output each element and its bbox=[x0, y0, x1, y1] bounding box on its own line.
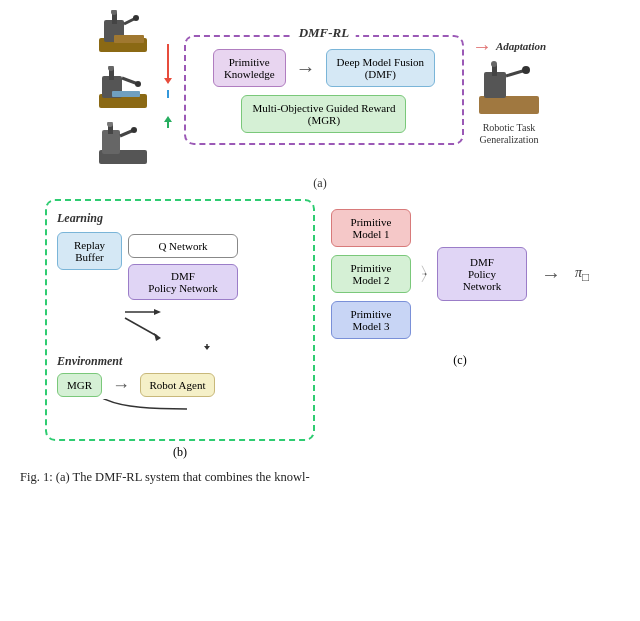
diagram-b-wrap: Learning ReplayBuffer Q Network DMFPolic… bbox=[45, 199, 315, 460]
svg-marker-32 bbox=[154, 309, 161, 315]
caption-a: (a) bbox=[313, 176, 326, 191]
svg-point-19 bbox=[131, 127, 137, 133]
robot-agent-box: Robot Agent bbox=[140, 373, 215, 397]
primitive-model-2-box: PrimitiveModel 2 bbox=[331, 255, 411, 293]
svg-line-41 bbox=[422, 275, 426, 282]
svg-point-28 bbox=[491, 61, 497, 67]
diagram-a: DMF-RL PrimitiveKnowledge → Deep Model F… bbox=[94, 10, 546, 170]
c-arrows-svg bbox=[421, 214, 427, 334]
replay-buffer-box: ReplayBuffer bbox=[57, 232, 122, 270]
b-bottom-row: MGR → Robot Agent bbox=[57, 373, 303, 397]
left-arrows bbox=[160, 20, 176, 160]
svg-marker-34 bbox=[154, 333, 161, 341]
q-network-box: Q Network bbox=[128, 234, 238, 258]
dmf-top-row: PrimitiveKnowledge → Deep Model Fusion(D… bbox=[213, 49, 435, 87]
caption-c: (c) bbox=[453, 353, 466, 368]
primitive-knowledge-box: PrimitiveKnowledge bbox=[213, 49, 286, 87]
right-section: → Adaptation Robotic TaskGeneralization bbox=[472, 35, 546, 146]
arrow-to-pi: → bbox=[541, 263, 561, 286]
svg-line-37 bbox=[422, 266, 426, 274]
svg-rect-13 bbox=[112, 91, 140, 97]
diagrams-bc: Learning ReplayBuffer Q Network DMFPolic… bbox=[15, 199, 625, 460]
robot-2-icon bbox=[94, 66, 152, 114]
page-container: { "diagramA": { "title": "DMF-RL", "prim… bbox=[0, 0, 640, 497]
fig-caption: Fig. 1: (a) The DMF-RL system that combi… bbox=[15, 468, 625, 487]
dmf-rl-title: DMF-RL bbox=[293, 25, 356, 41]
svg-marker-24 bbox=[164, 116, 172, 122]
mgr-b-box: MGR bbox=[57, 373, 102, 397]
adaptation-label: Adaptation bbox=[496, 40, 546, 52]
svg-rect-6 bbox=[114, 35, 144, 43]
diagram-b: Learning ReplayBuffer Q Network DMFPolic… bbox=[45, 199, 315, 441]
learning-label: Learning bbox=[57, 211, 303, 226]
dmf-policy-network-box: DMFPolicy Network bbox=[128, 264, 238, 300]
svg-marker-36 bbox=[204, 346, 210, 350]
svg-point-12 bbox=[135, 81, 141, 87]
pi-output-label: π□ bbox=[575, 265, 589, 284]
svg-point-30 bbox=[522, 66, 530, 74]
b-feedback-arrow bbox=[57, 399, 297, 429]
b-right-boxes: Q Network DMFPolicy Network bbox=[128, 234, 238, 300]
svg-point-5 bbox=[133, 15, 139, 21]
diagram-c: PrimitiveModel 1 PrimitiveModel 2 Primit… bbox=[325, 199, 595, 349]
robot-3-icon bbox=[94, 122, 152, 170]
b-main-flow: ReplayBuffer Q Network DMFPolicy Network bbox=[57, 232, 303, 300]
dmf-rl-box: DMF-RL PrimitiveKnowledge → Deep Model F… bbox=[184, 35, 464, 145]
caption-b: (b) bbox=[173, 445, 187, 460]
svg-line-33 bbox=[125, 318, 157, 336]
arrow-mgr-robot: → bbox=[112, 375, 130, 396]
dmf-box-inner: Deep Model Fusion(DMF) bbox=[326, 49, 435, 87]
arrow-pk-to-dmf: → bbox=[296, 57, 316, 80]
env-label: Environment bbox=[57, 354, 303, 369]
mgr-box: Multi-Objective Guided Reward(MGR) bbox=[241, 95, 406, 133]
task-label: Robotic TaskGeneralization bbox=[480, 122, 539, 146]
b-arrows-svg bbox=[57, 300, 297, 350]
diagram-c-wrap: PrimitiveModel 1 PrimitiveModel 2 Primit… bbox=[325, 199, 595, 368]
primitive-model-1-box: PrimitiveModel 1 bbox=[331, 209, 411, 247]
c-models-col: PrimitiveModel 1 PrimitiveModel 2 Primit… bbox=[331, 209, 411, 339]
primitive-model-3-box: PrimitiveModel 3 bbox=[331, 301, 411, 339]
svg-marker-21 bbox=[164, 78, 172, 84]
arrow-to-adapt: → bbox=[472, 35, 492, 58]
svg-rect-25 bbox=[479, 96, 539, 114]
robots-left bbox=[94, 10, 152, 170]
robot-result-icon bbox=[474, 60, 544, 120]
dmf-policy-c-box: DMFPolicyNetwork bbox=[437, 247, 527, 301]
robot-1-icon bbox=[94, 10, 152, 58]
